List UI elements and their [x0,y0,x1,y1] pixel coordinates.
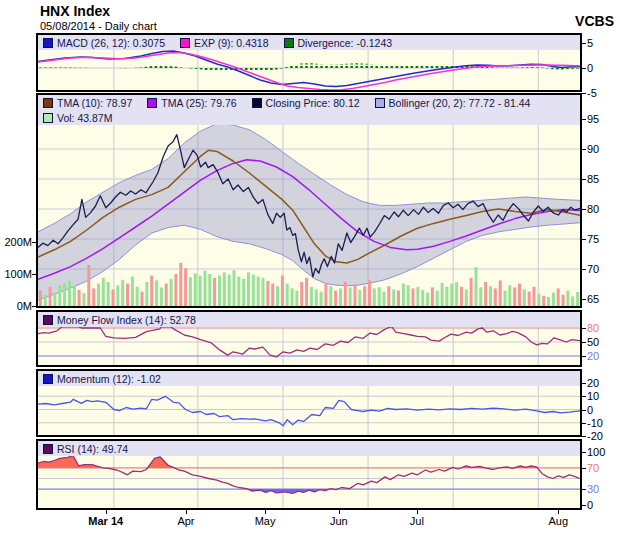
page-title: HNX Index [40,3,110,19]
x-axis-label: Apr [154,514,218,528]
volume-bar [450,284,453,306]
volume-bar [68,280,71,306]
volume-bar [170,279,173,306]
volume-bar [179,263,182,306]
volume-axis-tick [32,274,36,275]
legend-label: Vol: 43.87M [57,112,112,124]
volume-bar [494,288,497,306]
y-axis-tick [582,452,586,453]
y-axis-label: 0 [587,498,593,512]
macd-line [38,51,580,87]
volume-bar [44,295,47,306]
y-axis-tick [582,328,586,329]
volume-bar [121,280,124,306]
volume-bar [504,291,507,306]
volume-bar [160,287,163,306]
x-axis-label: Mar 14 [74,514,138,528]
volume-bar [300,282,303,306]
y-axis-tick [582,342,586,343]
volume-bar [208,274,211,306]
volume-bar [344,282,347,306]
y-axis-tick [582,149,586,150]
y-axis-label: 95 [587,112,599,126]
legend-label: Divergence: -0.1243 [298,37,393,49]
volume-bar [547,297,550,306]
volume-bar [257,277,260,306]
y-axis-tick [582,356,586,357]
volume-bar [233,270,236,306]
volume-bar [107,282,110,306]
volume-bar [53,293,56,306]
y-axis-tick [582,179,586,180]
y-axis-tick [582,68,586,69]
volume-axis-tick [32,242,36,243]
y-axis-label: 0 [587,61,593,75]
y-axis-tick [582,396,586,397]
y-axis-tick [582,269,586,270]
main-plot-area[interactable] [38,95,580,306]
volume-bar [131,277,134,306]
y-axis-tick [582,423,586,424]
legend-item: Money Flow Index (14): 52.78 [43,314,196,326]
volume-bar [184,268,187,306]
volume-bar [571,296,574,306]
volume-axis-tick [32,306,36,307]
volume-bar [562,295,565,306]
volume-bar [383,292,386,306]
volume-bar [354,284,357,306]
volume-bar [199,276,202,306]
volume-bar [324,284,327,306]
legend-label: TMA (25): 79.76 [161,97,236,109]
volume-bar [566,291,569,306]
panel-rsi: RSI (14): 49.74 [36,439,582,510]
y-axis-tick [582,383,586,384]
volume-bar [397,291,400,306]
volume-bar [73,286,76,306]
volume-bar [523,289,526,306]
legend-swatch-icon [375,98,385,108]
volume-bar [426,293,429,306]
volume-bar [63,283,66,306]
stock-chart: HNX Index 05/08/2014 - Daily chart VCBS … [0,0,620,535]
legend-label: Bollinger (20, 2): 77.72 - 81.44 [389,97,531,109]
volume-bar [58,285,61,306]
volume-bar [165,284,168,306]
volume-bar [237,277,240,306]
volume-bar [402,284,405,306]
volume-bar [78,290,81,306]
y-axis-label: 85 [587,172,599,186]
y-axis-tick [582,93,586,94]
volume-bar [407,285,410,306]
y-axis-label: 90 [587,142,599,156]
legend-swatch-icon [43,113,53,123]
volume-bar [392,289,395,306]
volume-bar [368,280,371,306]
y-axis-label: 80 [587,202,599,216]
y-axis-tick [582,299,586,300]
volume-bar [189,277,192,306]
volume-bar [310,287,313,306]
volume-bar [102,278,105,306]
volume-bar [436,291,439,306]
y-axis-label: -20 [587,429,603,443]
rsi-line [38,456,580,494]
legend-swatch-icon [43,444,53,454]
volume-bar [141,292,144,306]
legend-item: Divergence: -0.1243 [284,37,393,49]
volume-bar [87,265,90,306]
volume-bar [247,272,250,306]
legend-swatch-icon [43,374,53,384]
volume-axis-label: 0M [2,299,32,313]
volume-bar [213,278,216,306]
volume-bar [557,288,560,306]
momentum-line [38,396,580,426]
y-axis-tick [582,468,586,469]
legend-item: EXP (9): 0.4318 [180,37,269,49]
legend-swatch-icon [180,38,190,48]
legend-label: TMA (10): 78.97 [57,97,132,109]
y-axis-label: 100 [587,445,605,459]
legend-item: TMA (25): 79.76 [147,97,236,109]
volume-bar [441,283,444,306]
volume-bar [320,292,323,306]
volume-bar [421,290,424,306]
